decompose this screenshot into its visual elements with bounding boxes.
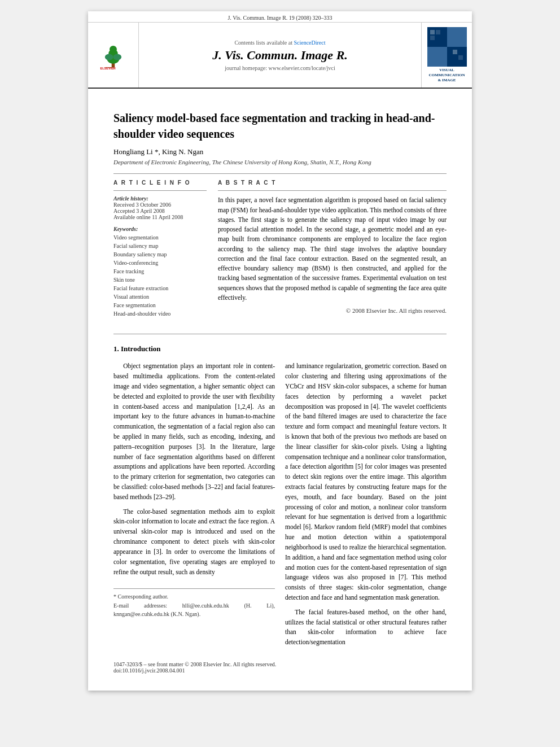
- sciencedirect-line: Contents lists available at ScienceDirec…: [234, 40, 325, 46]
- received-date: Received 3 October 2006: [113, 202, 207, 208]
- footer-issn: 1047-3203/$ – see front matter © 2008 El…: [113, 661, 276, 667]
- keyword-7: Facial feature extraction: [113, 284, 207, 292]
- journal-title: J. Vis. Commun. Image R.: [212, 48, 348, 63]
- svg-rect-16: [458, 55, 463, 60]
- svg-rect-13: [436, 30, 440, 34]
- keyword-5: Face tracking: [113, 267, 207, 276]
- svg-text:ELSEVIER: ELSEVIER: [100, 67, 116, 70]
- abstract-column: A B S T R A C T In this paper, a novel f…: [218, 180, 447, 324]
- svg-point-5: [113, 54, 122, 60]
- visual-logo-area: VISUALCOMMUNICATION& IMAGE: [421, 23, 472, 88]
- journal-header: ELSEVIER Contents lists available at Sci…: [88, 23, 472, 89]
- svg-rect-15: [453, 50, 457, 54]
- page: J. Vis. Commun. Image R. 19 (2008) 320–3…: [88, 11, 472, 691]
- article-info-column: A R T I C L E I N F O Article history: R…: [113, 180, 207, 324]
- authors: Hongliang Li *, King N. Ngan: [113, 147, 447, 156]
- visual-logo-icon: [427, 27, 467, 67]
- sciencedirect-link[interactable]: ScienceDirect: [294, 40, 325, 46]
- visual-logo-text: VISUALCOMMUNICATION& IMAGE: [428, 68, 465, 83]
- copyright-text: © 2008 Elsevier Inc. All rights reserved…: [218, 307, 447, 314]
- intro-body-columns: Object segmentation plays an important r…: [113, 361, 447, 652]
- svg-rect-9: [447, 27, 467, 47]
- available-date: Available online 11 April 2008: [113, 214, 207, 220]
- article-info-title: A R T I C L E I N F O: [113, 180, 207, 186]
- intro-left-p1: Object segmentation plays an important r…: [113, 361, 275, 502]
- footnote-corresponding: * Corresponding author.: [113, 592, 275, 601]
- keyword-8: Visual attention: [113, 292, 207, 301]
- affiliation: Department of Electronic Engineering, Th…: [113, 159, 447, 165]
- footnote-area: * Corresponding author. E-mail addresses…: [113, 588, 275, 619]
- sciencedirect-text: Contents lists available at: [234, 40, 292, 46]
- svg-point-4: [105, 54, 113, 60]
- article-info-abstract: A R T I C L E I N F O Article history: R…: [113, 180, 447, 324]
- article-body: Saliency model-based face segmentation a…: [88, 89, 472, 652]
- accepted-date: Accepted 3 April 2008: [113, 208, 207, 214]
- article-title: Saliency model-based face segmentation a…: [113, 110, 447, 142]
- footer-bar: 1047-3203/$ – see front matter © 2008 El…: [88, 661, 472, 667]
- divider-info: [113, 190, 207, 191]
- doi-text: doi:10.1016/j.jvcir.2008.04.001: [113, 667, 185, 674]
- article-history: Article history: Received 3 October 2006…: [113, 195, 207, 220]
- citation-text: J. Vis. Commun. Image R. 19 (2008) 320–3…: [228, 15, 332, 21]
- keyword-2: Facial saliency map: [113, 242, 207, 250]
- keyword-9: Face segmentation: [113, 301, 207, 309]
- keyword-10: Head-and-shoulder video: [113, 309, 207, 318]
- abstract-title: A B S T R A C T: [218, 180, 447, 186]
- intro-left-p2: The color-based segmentation methods aim…: [113, 507, 275, 578]
- svg-point-3: [110, 46, 117, 53]
- top-bar: J. Vis. Commun. Image R. 19 (2008) 320–3…: [88, 11, 472, 23]
- divider-line-1: [113, 173, 447, 174]
- svg-rect-10: [427, 47, 447, 67]
- footnote-email: E-mail addresses: hlli@ee.cuhk.edu.hk (H…: [113, 601, 275, 619]
- keyword-6: Skin tone: [113, 276, 207, 284]
- elsevier-logo: ELSEVIER: [98, 39, 129, 71]
- svg-rect-12: [430, 30, 435, 34]
- keywords-label: Keywords:: [113, 226, 207, 232]
- svg-rect-14: [430, 36, 435, 40]
- history-label: Article history:: [113, 195, 207, 202]
- elsevier-logo-area: ELSEVIER: [88, 23, 139, 88]
- authors-text: Hongliang Li *, King N. Ngan: [113, 147, 203, 156]
- elsevier-tree-icon: ELSEVIER: [98, 39, 129, 70]
- divider-abstract: [218, 190, 447, 191]
- abstract-text: In this paper, a novel face segmentation…: [218, 195, 447, 303]
- keyword-4: Video-conferencing: [113, 259, 207, 267]
- article-title-area: Saliency model-based face segmentation a…: [113, 110, 447, 142]
- keywords-group: Keywords: Video segmentation Facial sali…: [113, 226, 207, 318]
- divider-line-2: [113, 334, 447, 334]
- intro-right-p1: and luminance regularization, geometric …: [285, 361, 447, 603]
- intro-right-col: and luminance regularization, geometric …: [285, 361, 447, 652]
- keyword-3: Boundary saliency map: [113, 250, 207, 259]
- footer-doi: doi:10.1016/j.jvcir.2008.04.001: [88, 667, 472, 674]
- intro-section: 1. Introduction Object segmentation play…: [113, 344, 447, 652]
- intro-left-col: Object segmentation plays an important r…: [113, 361, 275, 652]
- intro-right-p2: The facial features-based method, on the…: [285, 608, 447, 648]
- keyword-1: Video segmentation: [113, 233, 207, 242]
- journal-center: Contents lists available at ScienceDirec…: [139, 23, 421, 88]
- journal-homepage: journal homepage: www.elsevier.com/locat…: [225, 65, 335, 71]
- intro-heading: 1. Introduction: [113, 344, 447, 353]
